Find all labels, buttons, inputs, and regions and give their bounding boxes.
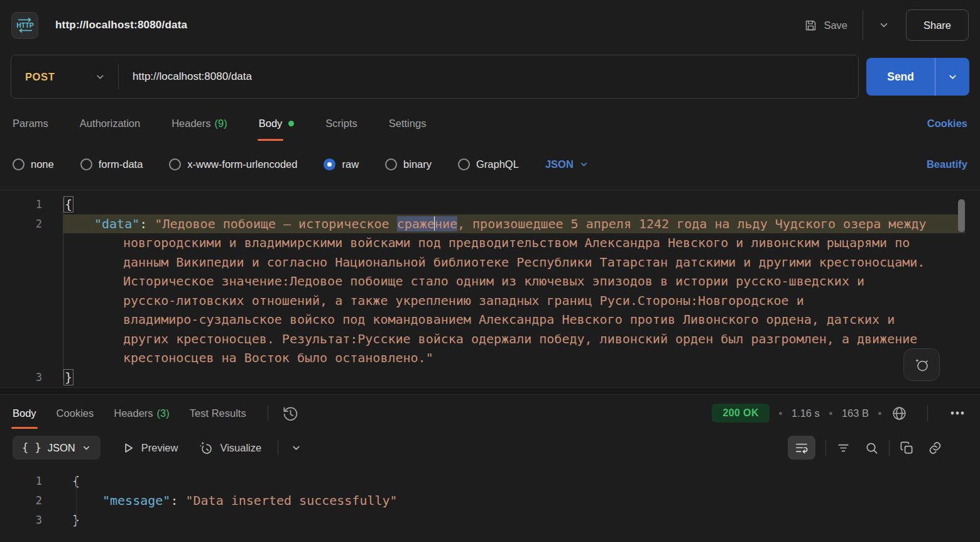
wrap-icon	[795, 441, 808, 455]
svg-text:HTTP: HTTP	[16, 21, 33, 29]
visualize-button[interactable]: Visualize	[199, 441, 261, 455]
filter-button[interactable]	[836, 441, 851, 455]
radio-form-data[interactable]: form-data	[80, 158, 143, 170]
code-segment: ние	[435, 216, 457, 231]
request-body-editor[interactable]: 1{2"data": "Ледовое побоище – историческ…	[0, 190, 980, 387]
tab-response-body[interactable]: Body	[13, 398, 36, 429]
line-number: 2	[0, 491, 50, 511]
tab-params[interactable]: Params	[13, 106, 48, 141]
raw-language-select[interactable]: JSON	[545, 158, 589, 170]
radio-circle	[13, 158, 24, 170]
divider	[825, 440, 826, 456]
copy-icon	[900, 441, 914, 455]
copy-button[interactable]	[900, 441, 914, 455]
code-line[interactable]: других крестоносцев. Результат:Русские в…	[0, 329, 980, 349]
code-line[interactable]: 2"message": "Data inserted successfully"	[0, 491, 980, 511]
radio-raw[interactable]: raw	[324, 158, 359, 170]
response-format-select[interactable]: { } JSON	[13, 436, 101, 460]
code-segment: "Data inserted successfully"	[185, 493, 397, 508]
response-history-button[interactable]	[282, 405, 299, 422]
code-line[interactable]: данным Википедии и согласно Национальной…	[0, 253, 980, 272]
save-button[interactable]: Save	[804, 19, 847, 32]
more-options-icon	[947, 405, 967, 421]
response-code: 1{2"message": "Data inserted successfull…	[0, 472, 980, 530]
response-body[interactable]: 1{2"message": "Data inserted successfull…	[0, 464, 980, 530]
code-line[interactable]: 1{	[0, 195, 980, 214]
filter-icon	[836, 441, 851, 455]
divider	[268, 405, 268, 421]
line-number: 2	[0, 214, 50, 234]
radio-none[interactable]: none	[13, 158, 54, 170]
line-number	[0, 329, 50, 349]
response-time[interactable]: 1.16 s	[792, 407, 820, 419]
share-button[interactable]: Share	[906, 9, 969, 41]
history-icon	[282, 405, 299, 422]
code-line[interactable]: русско-литовских отношений, а также укре…	[0, 291, 980, 311]
wrap-text-button[interactable]	[788, 436, 815, 460]
line-number	[0, 233, 50, 253]
cookies-link[interactable]: Cookies	[927, 118, 967, 130]
app-window: { "colors": { "accent_blue": "#4f83d4", …	[0, 0, 980, 542]
preview-button[interactable]: Preview	[122, 441, 178, 455]
status-badge[interactable]: 200 OK	[712, 404, 770, 423]
dot-separator	[779, 412, 782, 415]
url-input[interactable]: http://localhost:8080/data	[133, 70, 252, 83]
visualize-options-button[interactable]	[291, 443, 302, 453]
tab-body[interactable]: Body	[259, 106, 295, 141]
radio-graphql[interactable]: GraphQL	[458, 158, 519, 170]
tab-authorization[interactable]: Authorization	[80, 106, 140, 141]
preview-icon	[122, 441, 135, 455]
url-box: POST http://localhost:8080/data	[11, 55, 859, 99]
save-options-button[interactable]	[878, 19, 890, 31]
pane-separator[interactable]	[0, 387, 980, 395]
search-button[interactable]	[864, 441, 879, 455]
line-number	[0, 272, 50, 291]
postbot-button[interactable]	[903, 348, 940, 381]
method-select[interactable]: POST	[11, 71, 106, 83]
code-line[interactable]: 3}	[0, 511, 980, 530]
radio-circle	[80, 158, 92, 170]
json-braces-icon: { }	[22, 441, 41, 454]
editor-scrollbar[interactable]	[958, 199, 965, 232]
code-line[interactable]: Историческое значение:Ледовое побоище ст…	[0, 272, 980, 291]
tab-settings[interactable]: Settings	[389, 106, 427, 141]
code-line[interactable]: 3}	[0, 368, 980, 387]
dot-separator	[829, 412, 832, 415]
visualize-icon	[199, 441, 214, 455]
send-options-button[interactable]	[935, 58, 969, 96]
tab-scripts[interactable]: Scripts	[325, 106, 357, 141]
line-number: 1	[0, 195, 50, 214]
radio-x-www-form-urlencoded[interactable]: x-www-form-urlencoded	[169, 158, 297, 170]
tab-response-headers[interactable]: Headers (3)	[114, 398, 170, 429]
divider	[863, 10, 863, 40]
tab-headers[interactable]: Headers (9)	[172, 106, 227, 141]
code-line[interactable]: крестоносцев на Восток было остановлено.…	[0, 348, 980, 368]
code-segment: данным Википедии и согласно Национальной…	[123, 255, 925, 270]
response-view-actions	[788, 436, 967, 460]
radio-circle-selected	[324, 158, 335, 170]
response-status: 200 OK 1.16 s 163 B	[712, 404, 967, 423]
network-info-button[interactable]	[891, 405, 908, 422]
code-line[interactable]: владимиро-суздальское войско под командо…	[0, 310, 980, 329]
code-segment: новгородскими и владимирскими войсками п…	[123, 235, 910, 250]
chevron-down-icon	[95, 72, 106, 82]
code-segment: {	[63, 196, 74, 213]
beautify-button[interactable]: Beautify	[927, 158, 967, 170]
code-segment: "message"	[102, 493, 170, 508]
link-button[interactable]	[928, 441, 942, 455]
tab-test-results[interactable]: Test Results	[190, 398, 246, 429]
send-button[interactable]: Send	[866, 58, 935, 96]
line-number	[0, 348, 50, 368]
body-modified-dot	[288, 121, 294, 126]
radio-binary[interactable]: binary	[385, 158, 432, 170]
response-more-options-button[interactable]	[947, 405, 967, 421]
response-size[interactable]: 163 B	[842, 407, 869, 419]
tab-response-cookies[interactable]: Cookies	[57, 398, 94, 429]
code-line[interactable]: 2"data": "Ледовое побоище – историческое…	[0, 214, 980, 234]
code-line[interactable]: 1{	[0, 472, 980, 491]
headers-count: (9)	[215, 118, 227, 130]
response-toolbar: { } JSON Preview Visualize	[0, 431, 980, 464]
save-icon	[804, 19, 817, 32]
code-line[interactable]: новгородскими и владимирскими войсками п…	[0, 233, 980, 253]
radio-circle	[385, 158, 397, 170]
